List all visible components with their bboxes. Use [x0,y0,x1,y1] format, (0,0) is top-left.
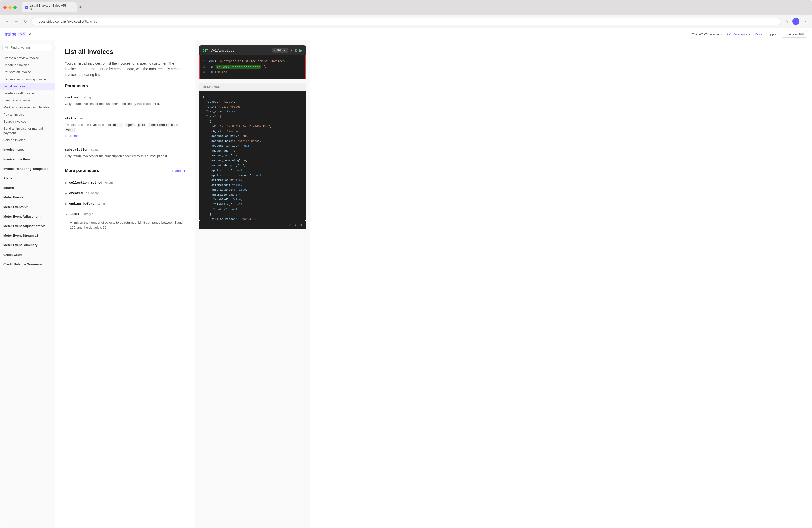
theme-toggle-icon[interactable]: ☀ [28,32,32,37]
response-line-data: "data": [ [203,114,303,119]
run-button[interactable]: ▶ [300,48,303,53]
sidebar-item-search[interactable]: Search invoices [0,118,55,125]
back-button[interactable]: ← [3,18,11,25]
param-type-status: enum [80,117,87,120]
more-params-header: More parameters Expand all [65,168,185,173]
sidebar-item-meter-events-v2[interactable]: Meter Events v2 [0,204,55,211]
sidebar-item-retrieve[interactable]: Retrieve an invoice [0,69,55,76]
sidebar-item-meters[interactable]: Meters [0,185,55,191]
param-desc-customer: Only return invoices for the customer sp… [65,102,185,106]
search-box[interactable]: 🔍 / [2,44,52,51]
address-bar[interactable]: ⊙ docs.stripe.com/api/invoices/list?lang… [31,18,782,25]
new-tab-button[interactable]: + [78,5,84,10]
support-link[interactable]: Support [767,32,778,36]
expand-response-button[interactable]: ⤢ [287,223,292,228]
traffic-lights [3,6,17,9]
sidebar-item-update[interactable]: Update an invoice [0,62,55,69]
code-content-1: curl -G https://api.stripe.com/v1/invoic… [209,59,289,64]
search-icon: 🔍 [5,46,9,49]
api-reference-link[interactable]: API Reference ▼ [726,32,751,36]
code-paid: paid [137,123,146,128]
tab-extras-icon[interactable]: ⌄ [806,5,809,10]
response-line-has-more: "has_more": false, [203,109,303,114]
code-open: open [125,123,135,128]
response-label: RESPONSE [199,83,306,91]
close-button[interactable] [3,6,7,9]
response-block: { "object": "list", "url": "/v1/invoices… [199,91,306,221]
forward-button[interactable]: → [13,18,20,25]
sidebar-item-invoice-line-item[interactable]: Invoice Line Item [0,156,55,163]
bookmark-button[interactable]: ☆ [784,18,789,25]
collapse-icon-collection[interactable]: ▶ [65,181,67,185]
sidebar-item-send-manual[interactable]: Send an invoice for manual payment [0,125,55,137]
content-area: List all invoices You can list all invoi… [55,41,195,528]
sidebar-item-list-all[interactable]: List all invoices [0,83,55,90]
business-button[interactable]: Business ⌨ [782,31,807,38]
maximize-button[interactable] [14,6,17,9]
api-badge: API [18,32,26,36]
response-line-application: "application": null, [203,168,303,173]
sidebar-item-retrieve-upcoming[interactable]: Retrieve an upcoming invoice [0,76,55,83]
browser-tab[interactable]: S List all invoices | Stripe API R... ✕ [22,2,77,13]
sidebar-item-meter-event-stream-v2[interactable]: Meter Event Stream v2 [0,232,55,239]
title-bar: S List all invoices | Stripe API R... ✕ … [0,0,812,15]
sidebar-item-invoice-items[interactable]: Invoice Items [0,146,55,153]
minimize-button[interactable] [9,6,12,9]
docs-link[interactable]: Docs [755,32,763,36]
sidebar-item-meter-event-adjustment-v2[interactable]: Meter Event Adjustment v2 [0,223,55,230]
sidebar-item-pay[interactable]: Pay an invoice [0,111,55,118]
external-link-button[interactable]: ↗ [290,48,293,53]
line-number-1: 1 [203,59,206,64]
response-line-amount-shipping: "amount_shipping": 0, [203,163,303,168]
response-line-auto-advance: "auto_advance": false, [203,188,303,192]
sidebar-item-meter-events[interactable]: Meter Events [0,194,55,201]
line-number-3: 3 [203,70,206,75]
param-header-subscription: subscription string [65,147,185,152]
sidebar-item-alerts[interactable]: Alerts [0,175,55,182]
sidebar-item-meter-event-summary[interactable]: Meter Event Summary [0,242,55,249]
collapse-icon-ending[interactable]: ▶ [65,202,67,206]
code-block: 1 curl -G https://api.stripe.com/v1/invo… [199,56,306,79]
sidebar-item-delete-draft[interactable]: Delete a draft invoice [0,90,55,97]
profile-button[interactable]: m [792,17,800,26]
sidebar-item-rendering-templates[interactable]: Invoice Rendering Templates [0,165,55,173]
version-text: 2025-01-27.acacia [692,32,719,36]
sidebar: 🔍 / Create a preview invoice Update an i… [0,41,55,528]
more-params-title: More parameters [65,168,99,173]
response-line-billing-reason: "billing_reason": "manual", [203,217,303,221]
endpoint-info: GET /v1/invoices [203,48,235,53]
sidebar-item-create-preview[interactable]: Create a preview invoice [0,55,55,62]
app-header: stripe API ☀ 2025-01-27.acacia ▼ API Ref… [0,28,812,41]
response-line-name: "account_name": "Stripe Docs", [203,139,303,144]
expand-all-button[interactable]: Expand all [170,169,185,173]
param-limit: ▼ limit integer A limit on the number of… [65,209,185,233]
menu-button[interactable]: ⋮ [802,18,809,25]
collapse-icon-limit[interactable]: ▼ [65,213,68,216]
sidebar-item-credit-grant[interactable]: Credit Grant [0,251,55,259]
sidebar-item-finalize[interactable]: Finalize an invoice [0,97,55,104]
search-input[interactable] [11,46,53,49]
learn-more-link[interactable]: Learn more [65,134,185,138]
tab-close-button[interactable]: ✕ [71,6,73,9]
param-name-customer: customer [65,96,81,100]
stripe-logo: stripe [5,32,16,37]
param-status: status enum The status of the invoice, o… [65,116,185,143]
scroll-down-button[interactable]: ▼ [299,223,304,228]
sidebar-item-mark-uncollectible[interactable]: Mark an invoice as uncollectible [0,104,55,111]
collapse-icon-created[interactable]: ▶ [65,192,67,195]
sidebar-item-void[interactable]: Void an invoice [0,137,55,144]
sidebar-item-meter-event-adjustment[interactable]: Meter Event Adjustment [0,213,55,220]
scroll-up-button[interactable]: ▲ [292,223,299,228]
param-desc-subscription: Only return invoices for the subscriptio… [65,154,185,159]
version-selector[interactable]: 2025-01-27.acacia ▼ [692,32,723,36]
response-line-obj: "object": "invoice", [203,129,303,134]
refresh-button[interactable]: ↻ [23,18,29,25]
response-line-url: "url": "/v1/invoices", [203,104,303,109]
curl-selector-button[interactable]: cURL ▼ [273,48,288,53]
copy-button[interactable]: ⧉ [295,48,298,53]
response-line-auto-tax-close: }, [203,212,303,217]
param-type-subscription: string [91,148,99,151]
sidebar-item-credit-balance-summary[interactable]: Credit Balance Summary [0,261,55,268]
response-line-country: "account_country": "US", [203,134,303,139]
param-inline-created: created dictionary [69,191,99,195]
